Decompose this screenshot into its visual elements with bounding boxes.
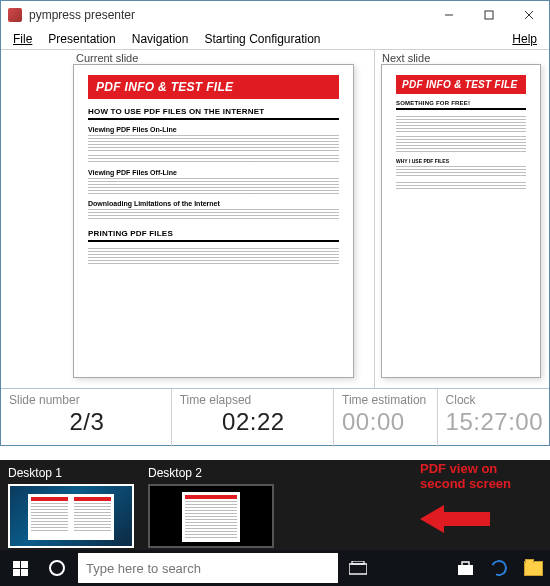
slide-text: [396, 166, 526, 178]
desktop-2[interactable]: Desktop 2: [148, 466, 274, 548]
edge-button[interactable]: [482, 550, 516, 586]
search-input[interactable]: Type here to search: [78, 553, 338, 583]
slide-text: [396, 116, 526, 132]
annotation-text: PDF view onsecond screen: [420, 462, 540, 492]
taskbar: Type here to search: [0, 550, 550, 586]
minimize-button[interactable]: [429, 1, 469, 29]
status-time-elapsed[interactable]: Time elapsed 02:22: [172, 389, 334, 447]
file-explorer-button[interactable]: [516, 550, 550, 586]
slide-banner: PDF INFO & TEST FILE: [88, 75, 339, 99]
status-slide-number[interactable]: Slide number 2/3: [1, 389, 172, 447]
menu-file[interactable]: File: [5, 30, 40, 48]
current-slide-pane: Current slide PDF INFO & TEST FILE HOW T…: [1, 50, 374, 388]
next-slide[interactable]: PDF INFO & TEST FILE SOMETHING FOR FREE!…: [381, 64, 541, 378]
desktop-1[interactable]: Desktop 1: [8, 466, 134, 548]
cortana-icon: [49, 560, 65, 576]
next-slide-label: Next slide: [379, 52, 433, 64]
slide-heading: SOMETHING FOR FREE!: [396, 100, 526, 110]
slide-banner: PDF INFO & TEST FILE: [396, 75, 526, 94]
desktop-thumbnail[interactable]: [8, 484, 134, 548]
svg-rect-5: [349, 564, 367, 574]
desktop-label: Desktop 1: [8, 466, 134, 480]
window-title: pympress presenter: [29, 8, 429, 22]
slide-text: [88, 135, 339, 151]
folder-icon: [524, 561, 543, 576]
annotation-arrow-icon: [420, 502, 490, 536]
store-button[interactable]: [448, 550, 482, 586]
slide-text: [88, 248, 339, 264]
desktop-thumbnail[interactable]: [148, 484, 274, 548]
status-bar: Slide number 2/3 Time elapsed 02:22 Time…: [1, 389, 549, 447]
status-label: Slide number: [9, 393, 165, 407]
slide-heading: PRINTING PDF FILES: [88, 229, 339, 242]
slide-text: [88, 209, 339, 221]
cortana-button[interactable]: [40, 550, 74, 586]
search-placeholder: Type here to search: [86, 561, 201, 576]
status-value: 15:27:00: [446, 409, 543, 434]
menu-starting-configuration[interactable]: Starting Configuration: [196, 30, 328, 48]
status-value: 02:22: [180, 409, 327, 434]
current-slide-label: Current slide: [73, 52, 141, 64]
titlebar: pympress presenter: [1, 1, 549, 29]
svg-rect-7: [458, 565, 473, 575]
menu-navigation[interactable]: Navigation: [124, 30, 197, 48]
slide-subheading: Viewing PDF Files Off-Line: [88, 169, 339, 176]
slide-subheading: Viewing PDF Files On-Line: [88, 126, 339, 133]
task-view-button[interactable]: [338, 550, 378, 586]
status-clock[interactable]: Clock 15:27:00: [438, 389, 549, 447]
slide-text: [396, 136, 526, 152]
system-tray: [448, 550, 550, 586]
windows-logo-icon: [13, 561, 28, 576]
svg-marker-4: [420, 505, 490, 533]
maximize-button[interactable]: [469, 1, 509, 29]
edge-icon: [489, 558, 510, 579]
close-button[interactable]: [509, 1, 549, 29]
status-time-estimation[interactable]: Time estimation 00:00: [334, 389, 438, 447]
start-button[interactable]: [0, 550, 40, 586]
next-slide-pane: Next slide PDF INFO & TEST FILE SOMETHIN…: [374, 50, 549, 388]
status-label: Time estimation: [342, 393, 431, 407]
menu-help[interactable]: Help: [504, 30, 545, 48]
svg-rect-6: [352, 561, 364, 564]
status-value: 00:00: [342, 409, 431, 434]
status-value: 2/3: [9, 409, 165, 434]
slide-text: [88, 155, 339, 163]
app-window: pympress presenter File Presentation Nav…: [0, 0, 550, 446]
status-label: Time elapsed: [180, 393, 327, 407]
slide-heading: HOW TO USE PDF FILES ON THE INTERNET: [88, 107, 339, 120]
task-view-icon: [349, 561, 367, 575]
menubar: File Presentation Navigation Starting Co…: [1, 29, 549, 50]
status-label: Clock: [446, 393, 543, 407]
menu-presentation[interactable]: Presentation: [40, 30, 123, 48]
store-icon: [457, 560, 474, 576]
current-slide[interactable]: PDF INFO & TEST FILE HOW TO USE PDF FILE…: [73, 64, 354, 378]
slide-text: [396, 182, 526, 190]
desktop-label: Desktop 2: [148, 466, 274, 480]
slides-area: Current slide PDF INFO & TEST FILE HOW T…: [1, 50, 549, 389]
slide-subheading: Downloading Limitations of the Internet: [88, 200, 339, 207]
svg-rect-1: [485, 11, 493, 19]
slide-subheading: WHY I USE PDF FILES: [396, 158, 526, 164]
app-icon: [1, 1, 29, 29]
slide-text: [88, 178, 339, 194]
